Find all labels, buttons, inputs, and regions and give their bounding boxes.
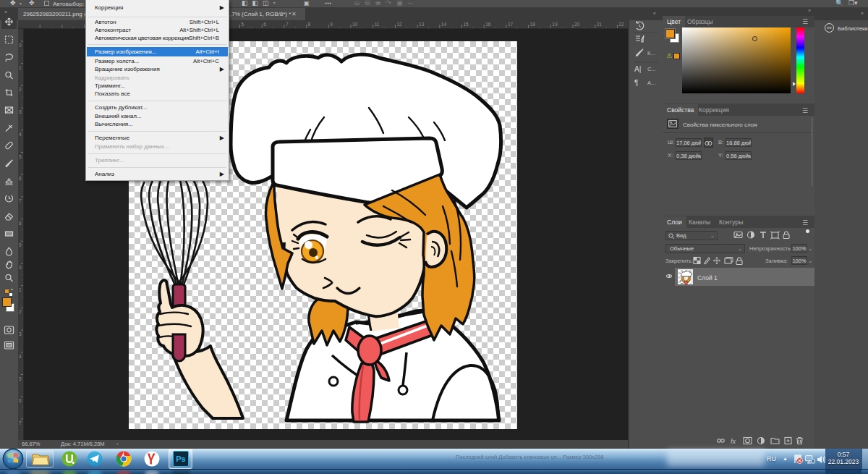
svg-text:С...: С... [647, 66, 656, 72]
svg-text:3: 3 [19, 331, 22, 337]
svg-text:6: 6 [19, 176, 22, 181]
svg-text:12: 12 [396, 22, 402, 27]
svg-text:8: 8 [19, 221, 22, 226]
svg-text:5: 5 [19, 376, 22, 381]
svg-text:4: 4 [19, 132, 22, 137]
svg-text:21: 21 [597, 22, 603, 27]
svg-text:6: 6 [263, 22, 266, 27]
svg-text:7: 7 [19, 198, 22, 203]
svg-text:5: 5 [19, 154, 22, 159]
svg-text:fx: fx [731, 438, 736, 445]
svg-text:9: 9 [19, 242, 22, 247]
svg-text:15: 15 [464, 22, 469, 27]
svg-text:17: 17 [508, 22, 514, 27]
svg-text:2: 2 [19, 309, 22, 314]
svg-text:А|: А| [634, 65, 641, 73]
svg-text:1: 1 [19, 287, 22, 292]
svg-text:1: 1 [19, 65, 22, 70]
svg-text:5: 5 [242, 22, 244, 27]
svg-text:18: 18 [530, 22, 536, 27]
svg-text:13: 13 [419, 22, 425, 27]
svg-text:20: 20 [574, 22, 580, 27]
svg-text:8: 8 [308, 22, 311, 27]
svg-text:2: 2 [19, 87, 22, 92]
svg-text:А...: А... [647, 80, 655, 86]
svg-text:7: 7 [286, 22, 289, 27]
svg-text:0: 0 [19, 43, 22, 48]
svg-text:3: 3 [19, 109, 22, 114]
svg-text:19: 19 [552, 22, 558, 27]
svg-text:7: 7 [19, 420, 22, 426]
svg-text:К...: К... [647, 50, 655, 56]
svg-text:9: 9 [330, 22, 333, 27]
svg-text:16: 16 [485, 22, 491, 27]
svg-text:0: 0 [19, 265, 22, 270]
svg-text:¶: ¶ [634, 79, 638, 87]
svg-text:10: 10 [352, 22, 358, 27]
svg-text:22: 22 [618, 22, 624, 27]
svg-text:6: 6 [19, 398, 22, 403]
svg-text:4: 4 [19, 354, 22, 359]
svg-text:11: 11 [375, 22, 380, 27]
svg-text:14: 14 [441, 22, 447, 27]
